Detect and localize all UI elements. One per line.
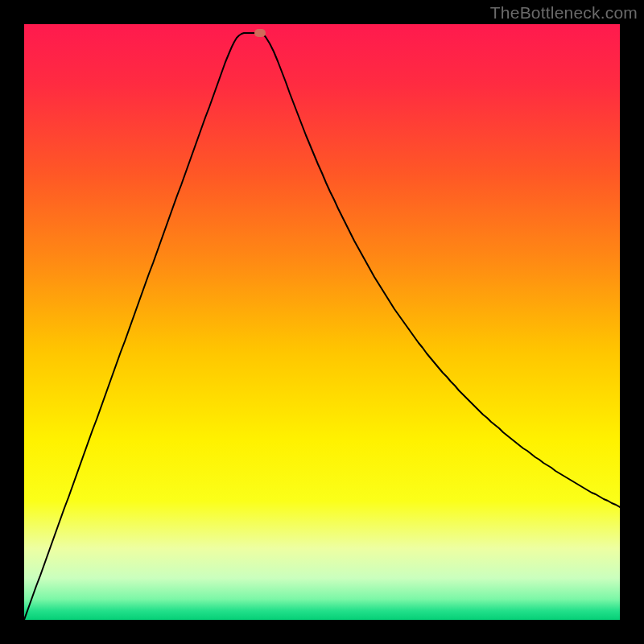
optimum-marker [254, 29, 266, 37]
chart-frame [24, 24, 620, 620]
watermark-label: TheBottleneck.com [490, 3, 638, 23]
bottleneck-curve [24, 24, 620, 620]
